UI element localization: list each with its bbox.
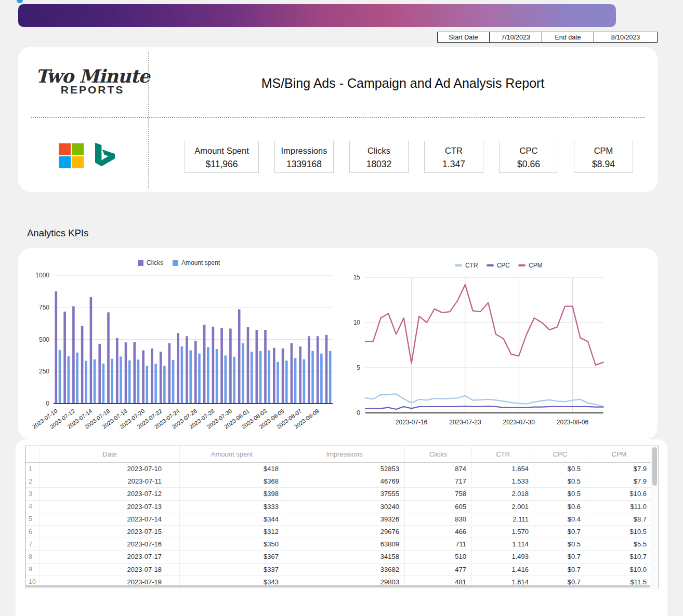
table-cell: $0.5 (534, 488, 586, 500)
table-row: 22023-07-11$368467697171.533$0.5$7.9 (25, 475, 659, 488)
table-row: 32023-07-12$398375557582.018$0.5$10.6 (25, 488, 659, 500)
table-cell: $10.0 (586, 564, 652, 575)
table-cell: $0.7 (534, 551, 586, 563)
svg-text:250: 250 (39, 368, 49, 375)
table-cell: $418 (180, 463, 284, 475)
table-cell: 63809 (284, 538, 405, 550)
kpi-card-cpm: CPM$8.94 (574, 141, 633, 173)
section-heading: Analytics KPIs (27, 227, 88, 239)
table-cell: 758 (405, 488, 472, 500)
table-cell: 2.111 (472, 513, 534, 525)
table-cell: 5 (25, 513, 40, 525)
table-cell: $7.9 (586, 475, 652, 487)
end-date-value[interactable]: 8/10/2023 (594, 32, 658, 43)
column-header-amount-spent: Amount spent (180, 446, 284, 462)
svg-text:2023-07-23: 2023-07-23 (449, 419, 481, 426)
kpi-label: CPM (574, 144, 633, 157)
kpi-card-amount-spent: Amount Spent$11,966 (185, 141, 259, 173)
table-cell: 830 (405, 513, 472, 525)
table-cell: 2023-07-15 (40, 526, 180, 538)
vertical-scrollbar-thumb[interactable] (652, 447, 657, 486)
svg-text:5: 5 (357, 364, 360, 371)
svg-text:0: 0 (46, 400, 49, 407)
table-row: 62023-07-15$312296764661.570$0.7$10.5 (25, 526, 659, 538)
kpi-card-impressions: Impressions1339168 (274, 141, 334, 173)
svg-text:2023-07-16: 2023-07-16 (396, 419, 428, 426)
table-cell: 874 (405, 463, 472, 475)
table-cell: 37555 (284, 488, 405, 500)
kpi-summary-row: Amount Spent$11,966Impressions1339168Cli… (185, 141, 633, 173)
svg-text:1000: 1000 (35, 272, 49, 279)
table-row: 92023-07-18$337336824771.416$0.7$10.0 (25, 564, 659, 576)
page-title: MS/Bing Ads - Campaign and Ad Analysis R… (153, 76, 652, 91)
table-cell: 8 (25, 551, 40, 563)
table-cell: 29676 (284, 526, 405, 538)
table-cell: $333 (180, 501, 284, 513)
microsoft-logo-square (72, 143, 84, 155)
table-row: 72023-07-16$350638097111.114$0.5$5.5 (25, 538, 659, 551)
column-header-cpm: CPM (586, 446, 652, 462)
table-cell: 2023-07-10 (40, 463, 180, 475)
column-header-impressions: Impressions (284, 446, 405, 462)
table-row: 12023-07-10$418528538741.654$0.5$7.9 (25, 463, 659, 475)
table-cell: $368 (180, 475, 284, 487)
bing-logo-icon (95, 142, 115, 169)
end-date-label: End date (542, 32, 594, 43)
column-header-row-number (25, 446, 40, 462)
table-cell: $10.6 (586, 488, 652, 500)
table-row: 82023-07-17$367341585101.493$0.7$10.7 (25, 551, 659, 563)
svg-text:500: 500 (39, 336, 49, 343)
column-header-ctr: CTR (472, 446, 534, 462)
table-cell: $8.7 (586, 513, 652, 525)
svg-text:750: 750 (39, 304, 49, 311)
table-cell: 717 (405, 475, 472, 487)
table-cell: $10.7 (586, 551, 652, 563)
kpi-value: $0.66 (500, 157, 558, 171)
daily-metrics-table: DateAmount spentImpressionsClicksCTRCPCC… (25, 446, 659, 588)
table-cell: 7 (25, 538, 40, 550)
start-date-value[interactable]: 7/10/2023 (489, 32, 542, 43)
svg-text:0: 0 (357, 409, 360, 417)
kpi-card-cpc: CPC$0.66 (499, 141, 558, 173)
table-cell: 1.570 (472, 526, 534, 538)
table-cell: $312 (180, 526, 284, 538)
vertical-scrollbar[interactable] (651, 446, 659, 588)
table-cell: $0.5 (534, 475, 586, 487)
table-row: 52023-07-14$344393268302.111$0.4$8.7 (25, 513, 659, 526)
column-header-date: Date (40, 446, 180, 462)
table-cell: 39326 (284, 513, 405, 525)
horizontal-scrollbar[interactable] (26, 585, 650, 587)
microsoft-logo-icon (59, 143, 84, 168)
kpi-label: CTR (425, 144, 483, 157)
date-range-filter: Start Date 7/10/2023 End date 8/10/2023 (437, 32, 658, 43)
horizontal-dotted-divider (31, 117, 645, 118)
table-cell: 52853 (284, 463, 405, 475)
table-cell: $0.7 (534, 526, 586, 538)
table-cell: $344 (180, 513, 284, 525)
table-cell: 477 (405, 564, 472, 575)
two-minute-reports-logo: Two Minute REPORTS (33, 65, 152, 96)
header-gradient-banner (18, 4, 616, 27)
table-cell: 711 (405, 538, 472, 550)
table-cell: 2023-07-12 (40, 488, 180, 500)
column-header-clicks: Clicks (405, 446, 472, 462)
table-cell: 3 (25, 488, 40, 500)
start-date-label: Start Date (437, 32, 490, 43)
svg-text:2023-07-30: 2023-07-30 (503, 419, 535, 426)
column-header-cpc: CPC (534, 446, 586, 462)
kpi-card-clicks: Clicks18032 (349, 141, 409, 173)
table-cell: 2023-07-18 (40, 564, 180, 575)
table-header-row: DateAmount spentImpressionsClicksCTRCPCC… (25, 446, 659, 463)
table-cell: $5.5 (586, 538, 652, 550)
kpi-label: CPC (500, 144, 558, 157)
table-cell: $0.4 (534, 513, 586, 525)
table-cell: 6 (25, 526, 40, 538)
table-cell: 34158 (284, 551, 405, 563)
table-cell: 2023-07-11 (40, 475, 180, 487)
table-cell: $10.5 (586, 526, 652, 538)
microsoft-logo-square (59, 156, 71, 168)
kpi-label: Clicks (350, 144, 408, 157)
table-cell: 510 (405, 551, 472, 563)
table-cell: 4 (25, 501, 40, 513)
table-cell: 33682 (284, 564, 405, 575)
